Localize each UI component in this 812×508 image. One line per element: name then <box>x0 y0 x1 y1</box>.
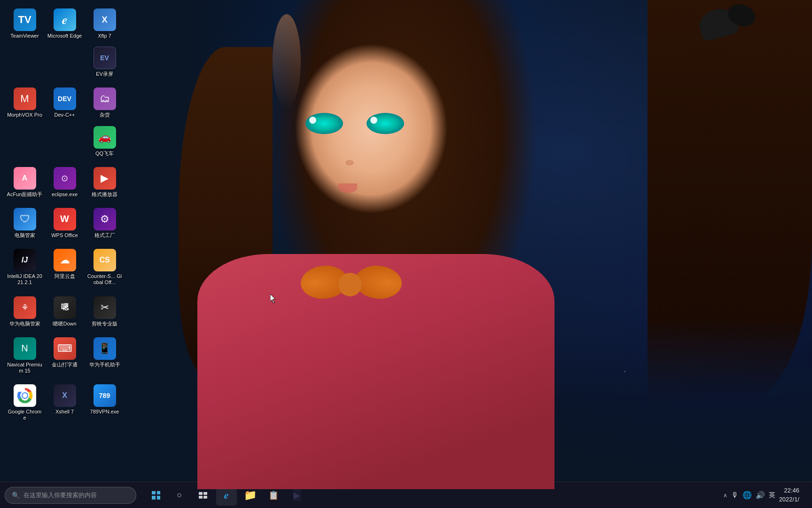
char-bow-center <box>338 273 362 296</box>
icon-edge[interactable]: 𝒆 Microsoft Edge <box>45 6 85 42</box>
char-nose <box>345 160 354 166</box>
icon-teamviewer-img: TV <box>14 8 36 31</box>
mic-tray-icon[interactable]: 🎙 <box>731 491 739 500</box>
icon-devcpp-img: DEV <box>54 87 76 110</box>
char-eye-highlight-right <box>370 117 377 124</box>
icon-ev-label: EV录屏 <box>96 71 113 77</box>
taskbar-explorer-icon: 📁 <box>244 489 257 501</box>
icon-ev-img: EV <box>94 47 116 69</box>
icon-jinshan-img: ⌨ <box>54 337 76 360</box>
clock-date: 2022/1/ <box>779 495 799 504</box>
icon-diannaoguan[interactable]: 🛡 电脑管家 <box>5 205 45 241</box>
icon-geshigongchang-img: ⚙ <box>94 208 116 230</box>
char-mouth <box>338 183 357 193</box>
taskbar-clock[interactable]: 22:46 2022/1/ <box>779 486 799 503</box>
taskbar-edge-icon: 𝒆 <box>224 489 229 501</box>
icon-intellij[interactable]: IJ IntelliJ IDEA 2021.2.1 <box>5 246 45 288</box>
icon-acfun[interactable]: A AcFun面捕助手 <box>5 164 45 200</box>
icon-navicat[interactable]: N Navicat Premium 15 <box>5 334 45 377</box>
icon-eclipse-img: ⊙ <box>54 167 76 190</box>
icon-navicat-img: N <box>14 337 36 360</box>
icon-chrome[interactable]: Google Chrome <box>5 381 45 424</box>
icon-huaweiphone[interactable]: 📱 华为手机助手 <box>85 334 125 377</box>
icon-xshell-label: Xshell 7 <box>55 409 74 415</box>
icon-qqcar-label: QQ飞车 <box>95 151 114 157</box>
icon-jijian2-label: 嗯嗯Down <box>53 321 76 327</box>
icon-huaweiphone-label: 华为手机助手 <box>89 362 120 368</box>
char-face <box>282 38 461 240</box>
taskbar-app1-icon: 📋 <box>268 490 279 500</box>
icon-xftp[interactable]: X Xftp 7 <box>85 6 125 42</box>
volume-tray-icon[interactable]: 🔊 <box>756 491 765 500</box>
icon-jinshan-label: 金山打字通 <box>52 362 78 368</box>
icon-jijian2-img: 嗯 <box>54 296 76 319</box>
icon-xshell-img: X <box>54 384 76 407</box>
icon-chrome-img <box>14 384 36 407</box>
icon-xshell[interactable]: X Xshell 7 <box>45 381 85 424</box>
icon-csgo-img: CS <box>94 249 116 271</box>
icon-qqcar-img: 🚗 <box>94 126 116 149</box>
icon-geshigongchang-label: 格式工厂 <box>94 232 115 238</box>
icon-aliyun-label: 阿里云盘 <box>55 273 75 279</box>
task-view-icon <box>199 492 207 499</box>
icon-huaweiphone-img: 📱 <box>94 337 116 360</box>
icon-ev[interactable]: EV EV录屏 <box>85 44 125 80</box>
icon-edge-label: Microsoft Edge <box>47 33 82 39</box>
icon-eclipse[interactable]: ⊙ eclipse.exe <box>45 164 85 200</box>
icon-vpn789-img: 789 <box>94 384 116 407</box>
icon-geshiplayer-img: ▶ <box>94 167 116 190</box>
icon-wps-label: WPS Office <box>51 232 78 238</box>
icon-geshiplayer[interactable]: ▶ 格式播放器 <box>85 164 125 200</box>
icon-chrome-label: Google Chrome <box>7 409 43 421</box>
start-button[interactable] <box>146 485 166 506</box>
icon-teamviewer[interactable]: TV TeamViewer <box>5 6 45 42</box>
icon-aliyun[interactable]: ☁ 阿里云盘 <box>45 246 85 288</box>
icon-intellij-img: IJ <box>14 249 36 271</box>
icon-csgo-label: Counter-S... Global Off... <box>86 273 123 286</box>
icon-diannaoguan-img: 🛡 <box>14 208 36 230</box>
notif-expand-button[interactable]: ∧ <box>723 492 727 499</box>
icon-jijian2[interactable]: 嗯 嗯嗯Down <box>45 294 85 330</box>
icon-edge-img: 𝒆 <box>54 8 76 31</box>
icon-geshiplayer-label: 格式播放器 <box>92 191 117 198</box>
taskbar-search-text: 在这里输入你要搜索的内容 <box>23 491 97 500</box>
icon-huawei-pc-label: 华为电脑管家 <box>9 321 40 327</box>
icon-devcpp-label: Dev-C++ <box>54 112 75 118</box>
icon-wps[interactable]: W WPS Office <box>45 205 85 241</box>
icon-vpn789-label: 789VPN.exe <box>90 409 119 415</box>
icon-huawei-pc-img: ⚘ <box>14 296 36 319</box>
icon-xftp-img: X <box>94 8 116 31</box>
icon-devcpp[interactable]: DEV Dev-C++ <box>45 85 85 121</box>
taskbar-search[interactable]: 🔍 在这里输入你要搜索的内容 <box>5 487 136 504</box>
taskbar-app2-icon: ▶ <box>293 489 301 501</box>
icon-zaguang[interactable]: 🗂 杂货 <box>85 85 125 121</box>
icon-aliyun-img: ☁ <box>54 249 76 271</box>
icon-jijian[interactable]: ✂ 剪映专业版 <box>85 294 125 330</box>
icon-acfun-label: AcFun面捕助手 <box>7 191 43 198</box>
network-tray-icon[interactable]: 🌐 <box>742 491 752 500</box>
icon-diannaoguan-label: 电脑管家 <box>15 232 35 238</box>
icon-geshigongchang[interactable]: ⚙ 格式工厂 <box>85 205 125 241</box>
svg-marker-0 <box>270 294 275 303</box>
cursor <box>270 294 277 305</box>
icon-intellij-label: IntelliJ IDEA 2021.2.1 <box>7 273 43 286</box>
windows-icon <box>152 491 160 500</box>
icon-jinshan[interactable]: ⌨ 金山打字通 <box>45 334 85 377</box>
char-hair-right <box>648 0 812 400</box>
icon-jijian-img: ✂ <box>94 296 116 319</box>
search-taskbar-button[interactable]: ○ <box>169 485 190 506</box>
icon-zaguang-img: 🗂 <box>94 87 116 110</box>
char-eye-highlight-left <box>309 117 316 124</box>
taskbar-right: ∧ 🎙 🌐 🔊 英 22:46 2022/1/ <box>723 486 812 503</box>
icon-morphvox-img: M <box>14 87 36 110</box>
icon-huawei-pc[interactable]: ⚘ 华为电脑管家 <box>5 294 45 330</box>
icon-vpn789[interactable]: 789 789VPN.exe <box>85 381 125 424</box>
icon-jijian-label: 剪映专业版 <box>92 321 117 327</box>
icon-csgo[interactable]: CS Counter-S... Global Off... <box>85 246 125 288</box>
icon-xftp-label: Xftp 7 <box>98 33 111 39</box>
icon-morphvox[interactable]: M MorphVOX Pro <box>5 85 45 121</box>
icon-eclipse-label: eclipse.exe <box>52 191 78 198</box>
icon-qqcar[interactable]: 🚗 QQ飞车 <box>85 123 125 159</box>
icon-zaguang-label: 杂货 <box>100 112 110 118</box>
language-indicator[interactable]: 英 <box>769 491 775 500</box>
